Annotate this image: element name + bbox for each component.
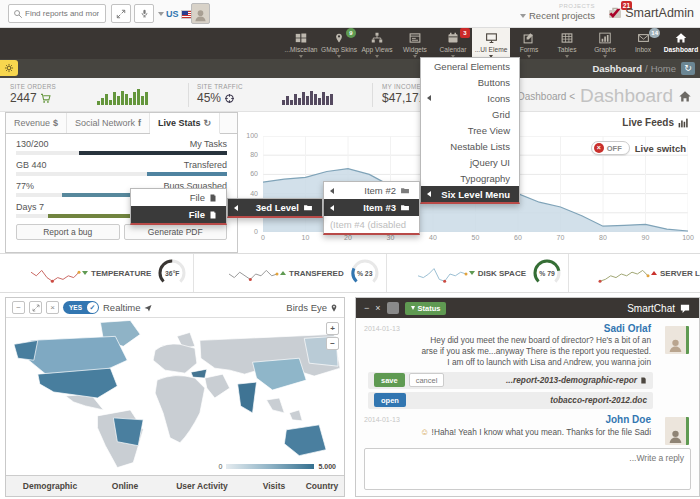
map-zoom-in-button[interactable]: + [326, 322, 339, 335]
nav-item-tables[interactable]: Tables [548, 28, 586, 59]
realtime-toggle[interactable]: YES ✓ [63, 301, 99, 314]
menu-item-tree-view[interactable]: Tree View [421, 122, 519, 138]
menu-item-file-2[interactable]: File [131, 206, 226, 223]
chevron-down-icon [527, 55, 531, 58]
file-menu: File File [130, 188, 227, 225]
stat-label: SERVER LOAD [660, 269, 700, 278]
caret-left-icon [234, 205, 238, 211]
menu-item-icons[interactable]: Icons [421, 90, 519, 106]
generate-pdf-button[interactable]: Generate PDF [124, 224, 228, 240]
menu-item-label: 3ed Level [256, 202, 299, 213]
menu-item-six-level-menu[interactable]: Six Level Menu [421, 186, 519, 202]
tab-label: Live Stats [158, 118, 201, 128]
search-input[interactable] [23, 8, 101, 19]
breadcrumb-home[interactable]: Home [651, 63, 676, 74]
open-button[interactable]: open [374, 393, 406, 407]
disk-space-cell: 75% 3% DISK SPACE % 79 [387, 254, 569, 292]
nav-label: Tables [557, 46, 576, 53]
progress-row-my-tasks: 130/200My Tasks [16, 139, 227, 155]
status-button[interactable]: Status [405, 302, 447, 315]
nav-label: Widgets [403, 46, 427, 53]
stat-label: SITE TRAFFIC [197, 83, 243, 90]
language-selector[interactable]: US [158, 9, 194, 19]
nav-item-ui-elements[interactable]: ...UI Eleme [472, 28, 510, 59]
chevron-down-icon [375, 55, 379, 58]
menu-item-general-elements[interactable]: General Elements [421, 58, 519, 74]
nav-item-gmap-skins[interactable]: GMap Skins 9 [320, 28, 358, 59]
menu-item-nestable-lists[interactable]: Nestable Lists [421, 138, 519, 154]
attachment-row-2: open tobacco-report-2012.doc [368, 392, 653, 409]
collapse-button[interactable]: − [12, 301, 25, 314]
message-sender[interactable]: Sadi Orlaf [364, 323, 651, 334]
nav-label: GMap Skins [321, 46, 357, 53]
caret-left-icon [330, 188, 334, 194]
caret-left-icon [330, 205, 334, 211]
menu-item-typography[interactable]: Typography [421, 170, 519, 186]
tab-revenue[interactable]: Revenue$ [6, 113, 67, 133]
page-title: My Dashboard < Dashboard [501, 85, 692, 107]
badge-top: 97% [575, 264, 593, 272]
menu-item-3ed-level[interactable]: 3ed Level [228, 199, 322, 216]
filename-text: ...report-2013-demographic-repor [506, 375, 637, 385]
tab-social-network[interactable]: Social Networkf [67, 113, 150, 133]
menu-item-3[interactable]: Item #3 [324, 199, 419, 216]
menu-item-file-1[interactable]: File [131, 189, 226, 206]
voice-command-button[interactable] [134, 4, 154, 23]
reply-input[interactable] [365, 449, 690, 489]
attachment-filename[interactable]: tobacco-report-2012.doc [550, 395, 647, 405]
tab-live-stats[interactable]: Live Stats↻ [150, 113, 220, 134]
collapse-button[interactable]: − [364, 304, 369, 313]
progress-value: 130/200 [16, 139, 49, 149]
save-button[interactable]: save [374, 373, 405, 387]
attachment-filename[interactable]: ...report-2013-demographic-repor [506, 375, 647, 385]
layout-settings-button[interactable] [0, 60, 18, 76]
expand-button[interactable] [29, 301, 42, 314]
message-text-content: !Haha! Yeah I know what you mean. Thanks… [432, 427, 651, 437]
menu-item-jquery-ui[interactable]: jQuery UI [421, 154, 519, 170]
close-button[interactable]: × [375, 304, 380, 313]
menu-item-label: Tree View [468, 125, 510, 136]
divider [372, 83, 373, 107]
fullscreen-button[interactable] [111, 4, 131, 23]
map-zoom-out-button[interactable]: − [326, 337, 339, 350]
stat-label: TRANSFERED [289, 269, 344, 278]
message-sender[interactable]: John Doe [364, 414, 651, 425]
nav-item-dashboard[interactable]: Dashboard [662, 28, 700, 59]
nav-label: App Views [361, 46, 392, 53]
attachment-row-1: save cancel ...report-2013-demographic-r… [368, 372, 653, 389]
close-button[interactable]: × [46, 301, 59, 314]
nav-item-inbox[interactable]: Inbox 14 [624, 28, 662, 59]
search-box[interactable] [8, 4, 106, 23]
report-bug-button[interactable]: Report a bug [16, 224, 120, 240]
progress-row-transfered: GB 440Transfered [16, 160, 227, 176]
nav-item-miscellaneous[interactable]: ...Miscellan [282, 28, 320, 59]
badge-top: 124 [6, 264, 24, 272]
microphone-icon [140, 8, 149, 19]
nav-item-app-views[interactable]: App Views [358, 28, 396, 59]
menu-item-2[interactable]: Item #2 [324, 182, 419, 199]
server-load-sparkline [597, 260, 651, 286]
user-avatar[interactable] [191, 3, 210, 24]
nav-item-calendar[interactable]: Calendar 3 [434, 28, 472, 59]
menu-item-grid[interactable]: Grid [421, 106, 519, 122]
cancel-button[interactable]: cancel [409, 373, 445, 387]
recent-projects[interactable]: PROJECTS Recent projects [520, 3, 595, 21]
breadcrumb-dashboard[interactable]: Dashboard [592, 63, 642, 74]
menu-item-label: File [190, 192, 205, 203]
refresh-button[interactable]: ↻ [681, 62, 695, 75]
person-icon [667, 428, 684, 445]
chat-settings-button[interactable] [387, 302, 399, 314]
live-feeds-label: Live Feeds [622, 117, 674, 128]
nav-item-graphs[interactable]: Graphs [586, 28, 624, 59]
badges: 124 F 40 [6, 264, 24, 282]
menu-item-buttons[interactable]: Buttons [421, 74, 519, 90]
gauge-value: % 79 [532, 258, 562, 288]
stat-site-orders: SITE ORDERS 2447 [10, 83, 56, 105]
search-icon [13, 9, 23, 19]
brand-name: SmartAdmin [625, 6, 694, 20]
reply-box [364, 448, 691, 490]
nav-item-forms[interactable]: Forms [510, 28, 548, 59]
nav-item-widgets[interactable]: Widgets [396, 28, 434, 59]
gear-icon [4, 63, 14, 73]
live-switch-toggle[interactable]: × OFF [591, 141, 630, 155]
